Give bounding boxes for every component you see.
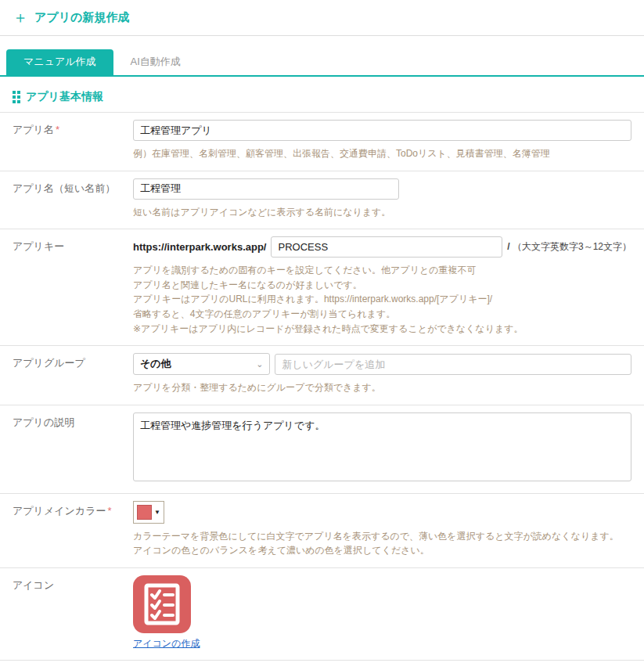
tab-ai-auto-create[interactable]: AI自動作成	[113, 49, 198, 75]
grid-icon	[13, 91, 20, 103]
row-description: アプリの説明 工程管理や進捗管理を行うアプリです。	[0, 405, 644, 493]
chevron-down-icon: ⌄	[256, 359, 263, 369]
app-name-hint: 例）在庫管理、名刺管理、顧客管理、出張報告、交通費申請、ToDoリスト、見積書管…	[133, 146, 631, 161]
required-mark: *	[56, 124, 59, 135]
new-group-input[interactable]	[275, 354, 631, 375]
app-group-label: アプリグループ	[13, 353, 133, 395]
row-short-name: アプリ名（短い名前） 短い名前はアプリアイコンなどに表示する名前になります。	[0, 171, 644, 229]
app-name-input[interactable]	[133, 120, 631, 141]
app-key-url-prefix: https://interpark.works.app/	[133, 241, 266, 253]
tab-manual-create[interactable]: マニュアル作成	[6, 49, 113, 75]
row-icon: アイコン アイコンの作成	[0, 567, 644, 660]
required-mark: *	[107, 505, 111, 517]
short-name-label: アプリ名（短い名前）	[13, 178, 133, 220]
caret-down-icon: ▼	[154, 509, 160, 516]
description-label: アプリの説明	[13, 412, 133, 484]
short-name-hint: 短い名前はアプリアイコンなどに表示する名前になります。	[133, 205, 631, 220]
app-key-input[interactable]	[271, 236, 502, 258]
row-duplicate: アプリの複製 許可する 禁止する このアプリの複製を禁止する場合は「禁止する」を…	[0, 660, 644, 670]
section-title-app-basic-info: アプリ基本情報	[13, 90, 631, 104]
short-name-input[interactable]	[133, 178, 399, 200]
plus-icon: ＋	[13, 9, 28, 25]
app-group-select[interactable]: その他 ⌄	[133, 353, 270, 375]
description-textarea[interactable]: 工程管理や進捗管理を行うアプリです。	[133, 412, 631, 481]
app-checklist-icon	[133, 575, 191, 633]
section-title-label: アプリ基本情報	[26, 90, 103, 104]
app-basic-info-form: アプリ名* 例）在庫管理、名刺管理、顧客管理、出張報告、交通費申請、ToDoリス…	[0, 112, 644, 670]
row-app-name: アプリ名* 例）在庫管理、名刺管理、顧客管理、出張報告、交通費申請、ToDoリス…	[0, 112, 644, 171]
row-main-color: アプリメインカラー* ▼ カラーテーマを背景色にしてに白文字でアプリ名を表示する…	[0, 493, 644, 567]
app-group-hint: アプリを分類・整理するためにグループで分類できます。	[133, 380, 631, 395]
tab-bar: マニュアル作成 AI自動作成	[0, 49, 644, 77]
icon-label: アイコン	[13, 575, 133, 650]
main-color-hints: カラーテーマを背景色にしてに白文字でアプリ名を表示するので、薄い色を選択すると文…	[133, 529, 631, 558]
main-color-label: アプリメインカラー*	[13, 501, 133, 558]
page-title: アプリの新規作成	[34, 10, 129, 25]
app-key-hints: アプリを識別するための固有のキーを設定してください。他アプリとの重複不可 アプリ…	[133, 263, 631, 336]
row-app-group: アプリグループ その他 ⌄ アプリを分類・整理するためにグループで分類できます。	[0, 345, 644, 405]
app-key-label: アプリキー	[13, 236, 133, 336]
app-key-suffix: / （大文字英数字3～12文字）	[507, 240, 631, 254]
row-app-key: アプリキー https://interpark.works.app/ / （大文…	[0, 229, 644, 345]
create-icon-link[interactable]: アイコンの作成	[133, 637, 200, 650]
color-swatch	[137, 505, 152, 520]
app-name-label: アプリ名*	[13, 120, 133, 161]
page-header: ＋ アプリの新規作成	[0, 0, 644, 36]
main-color-picker[interactable]: ▼	[133, 501, 164, 524]
